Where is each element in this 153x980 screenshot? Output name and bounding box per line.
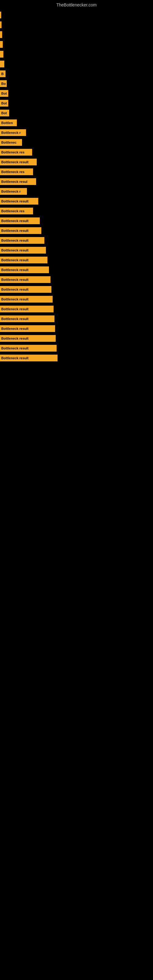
- bar-35: Bottleneck result: [0, 355, 57, 361]
- bar-17: Bottleneck resul: [0, 178, 36, 185]
- site-title: TheBottlenecker.com: [0, 0, 153, 9]
- bar-row-14: Bottleneck res: [0, 149, 153, 156]
- bar-row-9: Bot: [0, 100, 153, 107]
- bar-label-10: Bot: [1, 111, 7, 115]
- bar-label-21: Bottleneck result: [1, 219, 29, 223]
- bar-row-19: Bottleneck result: [0, 198, 153, 205]
- bar-row-26: Bottleneck result: [0, 266, 153, 273]
- bar-25: Bottleneck result: [0, 257, 48, 263]
- bar-2: [0, 31, 2, 38]
- bar-label-23: Bottleneck result: [1, 239, 29, 242]
- bar-row-22: Bottleneck result: [0, 227, 153, 234]
- bar-4: [0, 51, 3, 57]
- bar-label-19: Bottleneck result: [1, 199, 29, 203]
- bar-row-15: Bottleneck result: [0, 159, 153, 165]
- bar-label-17: Bottleneck resul: [1, 180, 27, 183]
- bar-row-1: [0, 21, 153, 28]
- bar-29: Bottleneck result: [0, 296, 53, 302]
- bar-8: Bot: [0, 90, 8, 97]
- bar-label-29: Bottleneck result: [1, 298, 29, 301]
- bar-label-15: Bottleneck result: [1, 160, 29, 164]
- bar-row-2: [0, 31, 153, 38]
- bar-row-31: Bottleneck result: [0, 315, 153, 322]
- bar-row-28: Bottleneck result: [0, 286, 153, 293]
- bar-label-7: Bo: [1, 82, 6, 86]
- bar-21: Bottleneck result: [0, 218, 40, 224]
- bar-11: Bottlen: [0, 119, 17, 126]
- bar-label-20: Bottleneck res: [1, 209, 24, 213]
- bar-row-3: [0, 41, 153, 48]
- bar-row-33: Bottleneck result: [0, 335, 153, 342]
- bar-14: Bottleneck res: [0, 149, 32, 156]
- bar-row-16: Bottleneck res: [0, 169, 153, 175]
- bar-5: [0, 60, 4, 67]
- bar-row-17: Bottleneck resul: [0, 178, 153, 185]
- bar-row-7: Bo: [0, 80, 153, 87]
- bar-row-6: B: [0, 70, 153, 77]
- bar-label-34: Bottleneck result: [1, 346, 29, 350]
- bar-26: Bottleneck result: [0, 266, 49, 273]
- bar-3: [0, 41, 3, 48]
- bar-label-13: Bottlenec: [1, 140, 16, 144]
- bar-label-22: Bottleneck result: [1, 229, 29, 232]
- bar-row-8: Bot: [0, 90, 153, 97]
- bar-row-4: [0, 51, 153, 57]
- bar-row-35: Bottleneck result: [0, 355, 153, 361]
- bar-label-11: Bottlen: [1, 121, 13, 125]
- bar-27: Bottleneck result: [0, 276, 51, 283]
- bar-row-24: Bottleneck result: [0, 247, 153, 254]
- bar-12: Bottleneck r: [0, 129, 26, 136]
- bar-label-31: Bottleneck result: [1, 317, 29, 321]
- bar-label-14: Bottleneck res: [1, 150, 24, 154]
- bar-row-10: Bot: [0, 110, 153, 116]
- bar-row-34: Bottleneck result: [0, 345, 153, 352]
- bar-label-35: Bottleneck result: [1, 356, 29, 360]
- bar-row-25: Bottleneck result: [0, 257, 153, 263]
- bar-row-11: Bottlen: [0, 119, 153, 126]
- bar-row-32: Bottleneck result: [0, 325, 153, 332]
- bar-row-20: Bottleneck res: [0, 208, 153, 215]
- bar-30: Bottleneck result: [0, 305, 54, 312]
- bar-row-29: Bottleneck result: [0, 296, 153, 302]
- bar-9: Bot: [0, 100, 8, 107]
- bar-row-23: Bottleneck result: [0, 237, 153, 244]
- bar-label-32: Bottleneck result: [1, 327, 29, 331]
- bar-label-33: Bottleneck result: [1, 337, 29, 340]
- bar-7: Bo: [0, 80, 7, 87]
- bar-15: Bottleneck result: [0, 159, 37, 165]
- bar-row-13: Bottlenec: [0, 139, 153, 146]
- bar-23: Bottleneck result: [0, 237, 45, 244]
- bar-24: Bottleneck result: [0, 247, 46, 254]
- bars-wrapper: BBoBotBotBotBottlenBottleneck rBottlenec…: [0, 9, 153, 362]
- bar-label-9: Bot: [1, 101, 7, 105]
- bar-20: Bottleneck res: [0, 208, 33, 215]
- bar-label-30: Bottleneck result: [1, 307, 29, 311]
- bar-label-26: Bottleneck result: [1, 268, 29, 272]
- bar-31: Bottleneck result: [0, 315, 54, 322]
- bar-label-18: Bottleneck r: [1, 189, 21, 193]
- bar-13: Bottlenec: [0, 139, 22, 146]
- bar-label-12: Bottleneck r: [1, 131, 21, 134]
- bar-18: Bottleneck r: [0, 188, 27, 195]
- bar-1: [0, 21, 2, 28]
- bar-label-28: Bottleneck result: [1, 288, 29, 291]
- bar-22: Bottleneck result: [0, 227, 41, 234]
- bar-19: Bottleneck result: [0, 198, 38, 205]
- bar-28: Bottleneck result: [0, 286, 51, 293]
- bar-label-24: Bottleneck result: [1, 248, 29, 252]
- bar-34: Bottleneck result: [0, 345, 57, 352]
- bar-0: [0, 12, 1, 18]
- bar-row-30: Bottleneck result: [0, 305, 153, 312]
- bar-label-25: Bottleneck result: [1, 258, 29, 262]
- bar-16: Bottleneck res: [0, 169, 33, 175]
- bar-label-8: Bot: [1, 92, 7, 95]
- bar-10: Bot: [0, 110, 9, 116]
- bar-label-16: Bottleneck res: [1, 170, 24, 173]
- bar-label-27: Bottleneck result: [1, 278, 29, 282]
- bar-row-5: [0, 60, 153, 67]
- bar-row-0: [0, 12, 153, 18]
- bar-row-18: Bottleneck r: [0, 188, 153, 195]
- bar-row-27: Bottleneck result: [0, 276, 153, 283]
- bar-33: Bottleneck result: [0, 335, 56, 342]
- bar-32: Bottleneck result: [0, 325, 55, 332]
